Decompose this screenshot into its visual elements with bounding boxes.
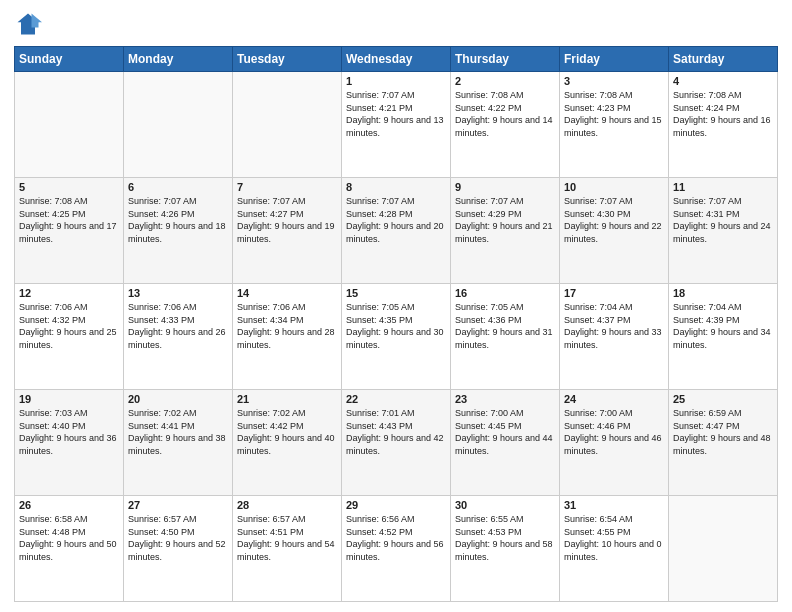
day-header-friday: Friday — [560, 47, 669, 72]
day-header-wednesday: Wednesday — [342, 47, 451, 72]
day-info: Sunrise: 7:03 AM Sunset: 4:40 PM Dayligh… — [19, 407, 119, 457]
calendar-cell: 29Sunrise: 6:56 AM Sunset: 4:52 PM Dayli… — [342, 496, 451, 602]
day-info: Sunrise: 7:08 AM Sunset: 4:24 PM Dayligh… — [673, 89, 773, 139]
day-number: 20 — [128, 393, 228, 405]
day-header-tuesday: Tuesday — [233, 47, 342, 72]
day-number: 6 — [128, 181, 228, 193]
day-number: 8 — [346, 181, 446, 193]
day-number: 11 — [673, 181, 773, 193]
day-info: Sunrise: 7:04 AM Sunset: 4:39 PM Dayligh… — [673, 301, 773, 351]
calendar-cell: 7Sunrise: 7:07 AM Sunset: 4:27 PM Daylig… — [233, 178, 342, 284]
calendar-cell: 2Sunrise: 7:08 AM Sunset: 4:22 PM Daylig… — [451, 72, 560, 178]
calendar-cell: 18Sunrise: 7:04 AM Sunset: 4:39 PM Dayli… — [669, 284, 778, 390]
day-number: 17 — [564, 287, 664, 299]
day-number: 12 — [19, 287, 119, 299]
day-info: Sunrise: 7:02 AM Sunset: 4:42 PM Dayligh… — [237, 407, 337, 457]
week-row-5: 26Sunrise: 6:58 AM Sunset: 4:48 PM Dayli… — [15, 496, 778, 602]
calendar-cell: 12Sunrise: 7:06 AM Sunset: 4:32 PM Dayli… — [15, 284, 124, 390]
day-info: Sunrise: 7:06 AM Sunset: 4:34 PM Dayligh… — [237, 301, 337, 351]
calendar-cell — [669, 496, 778, 602]
day-number: 2 — [455, 75, 555, 87]
calendar-cell: 13Sunrise: 7:06 AM Sunset: 4:33 PM Dayli… — [124, 284, 233, 390]
day-number: 22 — [346, 393, 446, 405]
day-info: Sunrise: 7:07 AM Sunset: 4:28 PM Dayligh… — [346, 195, 446, 245]
header — [14, 10, 778, 38]
calendar-cell: 14Sunrise: 7:06 AM Sunset: 4:34 PM Dayli… — [233, 284, 342, 390]
calendar-cell: 6Sunrise: 7:07 AM Sunset: 4:26 PM Daylig… — [124, 178, 233, 284]
calendar-cell: 21Sunrise: 7:02 AM Sunset: 4:42 PM Dayli… — [233, 390, 342, 496]
calendar-cell: 8Sunrise: 7:07 AM Sunset: 4:28 PM Daylig… — [342, 178, 451, 284]
calendar-cell: 15Sunrise: 7:05 AM Sunset: 4:35 PM Dayli… — [342, 284, 451, 390]
day-info: Sunrise: 6:57 AM Sunset: 4:50 PM Dayligh… — [128, 513, 228, 563]
logo-icon — [14, 10, 42, 38]
day-info: Sunrise: 7:06 AM Sunset: 4:33 PM Dayligh… — [128, 301, 228, 351]
calendar-table: SundayMondayTuesdayWednesdayThursdayFrid… — [14, 46, 778, 602]
calendar-cell: 20Sunrise: 7:02 AM Sunset: 4:41 PM Dayli… — [124, 390, 233, 496]
week-row-2: 5Sunrise: 7:08 AM Sunset: 4:25 PM Daylig… — [15, 178, 778, 284]
calendar-cell: 16Sunrise: 7:05 AM Sunset: 4:36 PM Dayli… — [451, 284, 560, 390]
day-info: Sunrise: 7:00 AM Sunset: 4:45 PM Dayligh… — [455, 407, 555, 457]
day-info: Sunrise: 7:08 AM Sunset: 4:25 PM Dayligh… — [19, 195, 119, 245]
calendar-cell: 9Sunrise: 7:07 AM Sunset: 4:29 PM Daylig… — [451, 178, 560, 284]
day-number: 24 — [564, 393, 664, 405]
day-number: 23 — [455, 393, 555, 405]
day-info: Sunrise: 6:57 AM Sunset: 4:51 PM Dayligh… — [237, 513, 337, 563]
day-info: Sunrise: 7:07 AM Sunset: 4:30 PM Dayligh… — [564, 195, 664, 245]
week-row-3: 12Sunrise: 7:06 AM Sunset: 4:32 PM Dayli… — [15, 284, 778, 390]
day-info: Sunrise: 7:01 AM Sunset: 4:43 PM Dayligh… — [346, 407, 446, 457]
day-number: 16 — [455, 287, 555, 299]
logo — [14, 10, 46, 38]
calendar-cell: 26Sunrise: 6:58 AM Sunset: 4:48 PM Dayli… — [15, 496, 124, 602]
day-number: 9 — [455, 181, 555, 193]
calendar-cell: 17Sunrise: 7:04 AM Sunset: 4:37 PM Dayli… — [560, 284, 669, 390]
day-info: Sunrise: 7:08 AM Sunset: 4:23 PM Dayligh… — [564, 89, 664, 139]
week-row-1: 1Sunrise: 7:07 AM Sunset: 4:21 PM Daylig… — [15, 72, 778, 178]
day-info: Sunrise: 7:00 AM Sunset: 4:46 PM Dayligh… — [564, 407, 664, 457]
calendar-cell: 4Sunrise: 7:08 AM Sunset: 4:24 PM Daylig… — [669, 72, 778, 178]
calendar-cell: 28Sunrise: 6:57 AM Sunset: 4:51 PM Dayli… — [233, 496, 342, 602]
day-number: 18 — [673, 287, 773, 299]
day-info: Sunrise: 7:02 AM Sunset: 4:41 PM Dayligh… — [128, 407, 228, 457]
day-info: Sunrise: 7:08 AM Sunset: 4:22 PM Dayligh… — [455, 89, 555, 139]
day-number: 13 — [128, 287, 228, 299]
day-info: Sunrise: 7:07 AM Sunset: 4:31 PM Dayligh… — [673, 195, 773, 245]
day-header-sunday: Sunday — [15, 47, 124, 72]
day-info: Sunrise: 6:54 AM Sunset: 4:55 PM Dayligh… — [564, 513, 664, 563]
day-number: 28 — [237, 499, 337, 511]
day-info: Sunrise: 6:58 AM Sunset: 4:48 PM Dayligh… — [19, 513, 119, 563]
calendar-cell: 22Sunrise: 7:01 AM Sunset: 4:43 PM Dayli… — [342, 390, 451, 496]
day-info: Sunrise: 6:56 AM Sunset: 4:52 PM Dayligh… — [346, 513, 446, 563]
day-number: 19 — [19, 393, 119, 405]
day-number: 15 — [346, 287, 446, 299]
day-info: Sunrise: 7:05 AM Sunset: 4:35 PM Dayligh… — [346, 301, 446, 351]
calendar-cell: 1Sunrise: 7:07 AM Sunset: 4:21 PM Daylig… — [342, 72, 451, 178]
calendar-cell — [124, 72, 233, 178]
day-header-monday: Monday — [124, 47, 233, 72]
calendar-cell: 31Sunrise: 6:54 AM Sunset: 4:55 PM Dayli… — [560, 496, 669, 602]
day-header-thursday: Thursday — [451, 47, 560, 72]
svg-marker-1 — [32, 14, 43, 28]
calendar-cell: 25Sunrise: 6:59 AM Sunset: 4:47 PM Dayli… — [669, 390, 778, 496]
day-info: Sunrise: 6:55 AM Sunset: 4:53 PM Dayligh… — [455, 513, 555, 563]
calendar-cell: 10Sunrise: 7:07 AM Sunset: 4:30 PM Dayli… — [560, 178, 669, 284]
day-number: 30 — [455, 499, 555, 511]
day-number: 31 — [564, 499, 664, 511]
day-number: 21 — [237, 393, 337, 405]
calendar-cell: 3Sunrise: 7:08 AM Sunset: 4:23 PM Daylig… — [560, 72, 669, 178]
calendar-cell — [233, 72, 342, 178]
week-row-4: 19Sunrise: 7:03 AM Sunset: 4:40 PM Dayli… — [15, 390, 778, 496]
day-number: 10 — [564, 181, 664, 193]
day-info: Sunrise: 7:05 AM Sunset: 4:36 PM Dayligh… — [455, 301, 555, 351]
day-number: 25 — [673, 393, 773, 405]
day-header-saturday: Saturday — [669, 47, 778, 72]
days-of-week-row: SundayMondayTuesdayWednesdayThursdayFrid… — [15, 47, 778, 72]
calendar-body: 1Sunrise: 7:07 AM Sunset: 4:21 PM Daylig… — [15, 72, 778, 602]
calendar-cell: 30Sunrise: 6:55 AM Sunset: 4:53 PM Dayli… — [451, 496, 560, 602]
calendar-cell: 23Sunrise: 7:00 AM Sunset: 4:45 PM Dayli… — [451, 390, 560, 496]
day-number: 26 — [19, 499, 119, 511]
calendar-cell — [15, 72, 124, 178]
day-info: Sunrise: 7:07 AM Sunset: 4:27 PM Dayligh… — [237, 195, 337, 245]
calendar-cell: 19Sunrise: 7:03 AM Sunset: 4:40 PM Dayli… — [15, 390, 124, 496]
calendar-cell: 24Sunrise: 7:00 AM Sunset: 4:46 PM Dayli… — [560, 390, 669, 496]
day-info: Sunrise: 7:07 AM Sunset: 4:26 PM Dayligh… — [128, 195, 228, 245]
